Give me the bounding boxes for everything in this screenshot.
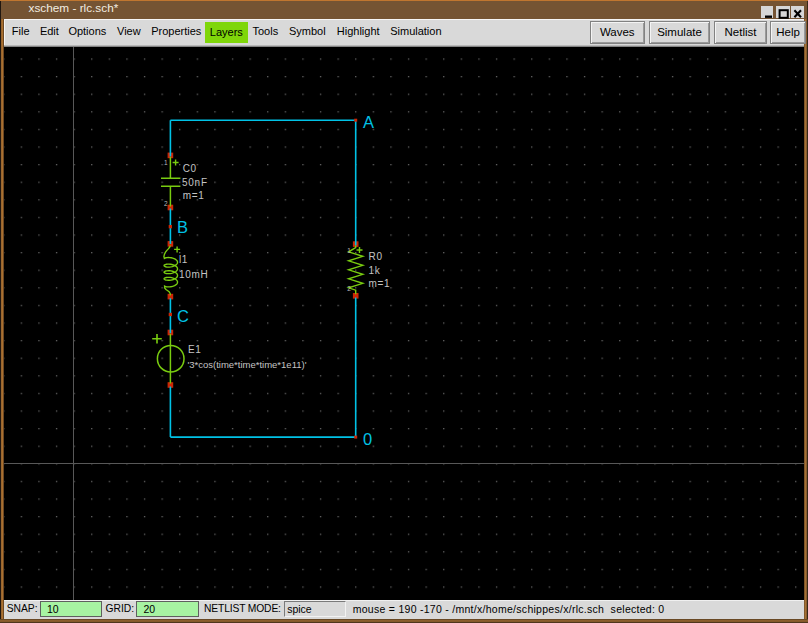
svg-text:0: 0 (363, 430, 372, 448)
svg-text:1: 1 (164, 159, 168, 166)
svg-text:m=1: m=1 (183, 190, 205, 201)
svg-text:A: A (363, 113, 374, 131)
svg-text:R0: R0 (369, 251, 383, 262)
svg-text:1k: 1k (369, 265, 381, 276)
svg-text:B: B (177, 218, 188, 236)
svg-text:E1: E1 (188, 344, 202, 355)
svg-text:l1: l1 (179, 254, 188, 265)
svg-text:50nF: 50nF (182, 177, 208, 188)
svg-text:2: 2 (347, 285, 351, 292)
svg-text:C0: C0 (183, 163, 197, 174)
svg-text:'3*cos(time*time*time*1e11)': '3*cos(time*time*time*1e11)' (187, 359, 306, 370)
svg-text:C: C (177, 307, 189, 325)
svg-text:1: 1 (347, 247, 351, 254)
svg-text:2: 2 (164, 200, 168, 207)
svg-text:10mH: 10mH (179, 269, 208, 280)
svg-text:m=1: m=1 (369, 278, 391, 289)
